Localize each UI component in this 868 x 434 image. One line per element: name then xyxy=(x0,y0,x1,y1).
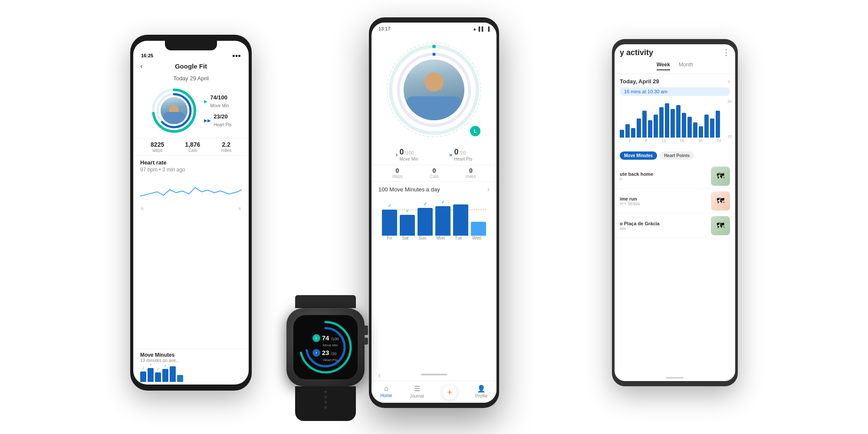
bar-fri-c xyxy=(382,210,397,236)
tab-week[interactable]: Week xyxy=(657,62,670,70)
pill-move-minutes[interactable]: Move Minutes xyxy=(620,151,657,160)
move-label-left: Move Min xyxy=(210,103,229,108)
activity-meta-1: n xyxy=(620,177,707,181)
heart-rate-title: Heart rate xyxy=(140,159,242,166)
bar-1 xyxy=(620,130,624,138)
pill-heart-points[interactable]: Heart Points xyxy=(660,151,694,160)
watch-move-row: › 74 /100 xyxy=(312,334,339,342)
bar-mon xyxy=(162,369,168,382)
bar-wed-c xyxy=(471,222,486,236)
activity-info-1: ute back home n xyxy=(620,171,707,181)
cals-label: Cals xyxy=(185,148,200,153)
tabs-right: Week Month xyxy=(615,61,735,74)
heart-rate-chart xyxy=(140,179,242,205)
activity-meta-2: m • Strava xyxy=(620,201,707,206)
nav-profile[interactable]: 👤 Profile xyxy=(475,385,487,400)
back-button[interactable]: ‹ xyxy=(140,62,143,71)
heart-arrow: ▶▶ xyxy=(204,118,211,123)
status-bar-center: 13:17 ▲ ▌▌ ▐ xyxy=(372,23,496,33)
nav-journal[interactable]: ☰ Journal xyxy=(410,385,424,400)
watch-strap-top xyxy=(295,295,356,308)
activity-info-2: ime run m • Strava xyxy=(620,196,707,206)
strap-hole-4 xyxy=(324,406,327,409)
map-thumb-3: 🗺 xyxy=(711,216,730,235)
activity-meta-3: am xyxy=(620,226,707,231)
watch-screen: › 74 /100 Move Min › 23 /20 xyxy=(293,315,358,379)
cals-stat: 1,876 Cals xyxy=(185,141,200,153)
nav-home-label: Home xyxy=(381,393,392,398)
status-icons-center: ▲ ▌▌ ▐ xyxy=(473,26,490,31)
bar-7 xyxy=(654,115,658,138)
bottom-stats-left: 8225 steps 1,876 Cals 2.2 miles xyxy=(133,138,249,155)
strap-hole-1 xyxy=(324,391,327,393)
label-sun: Sun xyxy=(419,236,427,240)
notch xyxy=(165,41,217,50)
watch-move-label: Move Min xyxy=(322,343,339,347)
heart-pts-center: » 0 /20 Heart Pts xyxy=(449,148,472,161)
app-title-left: Google Fit xyxy=(175,62,207,70)
move-minutes-title: Move Minutes xyxy=(140,352,242,358)
big-ring: L xyxy=(384,40,484,140)
nav-back-icon[interactable]: ‹ xyxy=(378,372,381,379)
watch-move-val: 74 xyxy=(322,334,329,342)
promo-text: 100 Move Minutes a day xyxy=(378,186,440,193)
strap-holes xyxy=(295,386,356,409)
avatar-center xyxy=(404,59,464,120)
watch-case: › 74 /100 Move Min › 23 /20 xyxy=(286,308,365,386)
tab-month[interactable]: Month xyxy=(679,62,693,70)
stats-right: ▶ 74/100 Move Min ▶▶ 23/20 xyxy=(204,93,232,128)
move-val-center: 0 xyxy=(399,148,404,157)
heart-pts-stat: ▶▶ 23/20 Heart Pts xyxy=(204,112,232,128)
activity-list: ute back home n 🗺 ime run m • Strava 🗺 xyxy=(615,162,735,375)
steps-val: 8225 xyxy=(151,141,164,148)
bottom-stats-center: 0 steps 0 Cals 0 miles xyxy=(372,165,496,181)
promo-section[interactable]: 100 Move Minutes a day › xyxy=(372,181,496,197)
center-stats: › 0 /100 Move Min » 0 /20 xyxy=(372,144,496,165)
watch-crown-2 xyxy=(364,338,368,345)
bar-11 xyxy=(676,105,681,138)
nav-home[interactable]: ⌂ Home xyxy=(381,385,392,400)
nav-profile-label: Profile xyxy=(475,394,487,398)
strap-hole-2 xyxy=(324,396,327,398)
bar-10 xyxy=(671,109,675,138)
bar-15 xyxy=(699,126,703,138)
swipe-bar-right xyxy=(666,377,684,378)
y-label-15: 15 xyxy=(727,134,732,138)
heart-rate-val: 97 bpm • 3 min ago xyxy=(140,167,242,173)
date-next-icon[interactable]: › xyxy=(728,78,730,85)
bar-sun xyxy=(155,372,161,382)
phone-left: 16:25 ●●● ‹ Google Fit Today 29 April xyxy=(130,35,252,391)
scene: 16:25 ●●● ‹ Google Fit Today 29 April xyxy=(130,17,738,417)
bar-mon-c xyxy=(435,206,450,236)
bar-2 xyxy=(625,124,630,138)
move-arrow-center: › xyxy=(396,151,398,158)
move-minutes-section: Move Minutes 13 minutes on ave... xyxy=(133,349,249,385)
app-header-left: ‹ Google Fit xyxy=(133,59,249,73)
journal-icon: ☰ xyxy=(414,385,420,393)
miles-center: 0 miles xyxy=(466,167,476,179)
nav-arrows: ‹ › xyxy=(372,370,496,381)
profile-icon: 👤 xyxy=(477,385,486,393)
steps-stat: 8225 steps xyxy=(151,141,164,153)
heart-val-center: 0 xyxy=(454,148,459,157)
week-labels: Fri Sat Sun Mon Tue Wed xyxy=(382,236,486,240)
bar-fri xyxy=(140,372,146,382)
swipe-bar xyxy=(421,374,447,375)
date-row-right: Today, April 29 › xyxy=(615,74,735,86)
miles-stat: 2.2 miles xyxy=(221,141,231,153)
watch-move-icon: › xyxy=(312,334,320,342)
map-thumb-1: 🗺 xyxy=(711,167,730,186)
chart-section-left: 0 6 xyxy=(133,176,249,349)
watch-heart-denom: /20 xyxy=(331,352,337,356)
time-center: 13:17 xyxy=(378,26,391,31)
bar-3 xyxy=(631,128,635,138)
more-options-icon[interactable]: ⋮ xyxy=(722,48,730,57)
add-button[interactable]: + xyxy=(442,385,457,400)
heart-arrows-center: » xyxy=(449,151,452,158)
label-mon: Mon xyxy=(436,236,444,240)
heart-val: 23/20 xyxy=(214,113,228,120)
label-tue: Tue xyxy=(455,236,462,240)
bar-6 xyxy=(648,120,652,138)
bar-16 xyxy=(704,115,709,138)
header-right: y activity ⋮ xyxy=(615,44,735,61)
